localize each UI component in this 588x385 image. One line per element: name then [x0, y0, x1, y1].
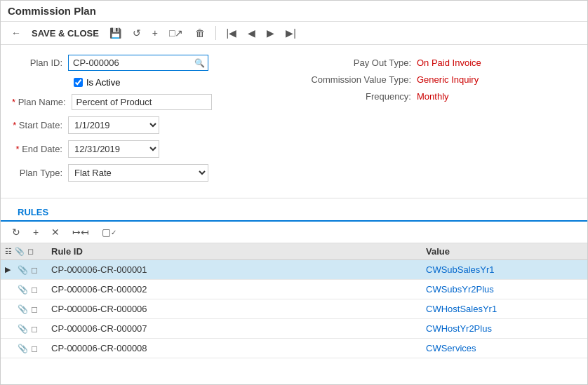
header-icon-3: ◻ — [27, 247, 34, 256]
plan-name-input[interactable] — [72, 94, 212, 110]
plan-type-row: Plan Type: Flat Rate Tiered — [12, 164, 283, 182]
row-icons: 📎 ◻ — [1, 324, 48, 334]
rules-rows-container: ▶ 📎 ◻ CP-000006-CR-000001 CWSubSalesYr1 … — [1, 260, 587, 358]
row-attachment-icon: 📎 — [18, 265, 28, 275]
value-header: Value — [426, 246, 587, 257]
row-icons: 📎 ◻ — [1, 344, 48, 353]
plan-id-row: Plan ID: 🔍 — [12, 55, 283, 71]
row-value[interactable]: CWServices — [426, 343, 587, 353]
row-doc-icon: ◻ — [31, 285, 38, 295]
rules-tab-bar: RULES — [1, 198, 587, 222]
plan-id-label: Plan ID: — [12, 58, 68, 68]
title-bar: Commission Plan — [1, 1, 587, 22]
back-button[interactable]: ← — [8, 26, 25, 40]
plan-name-row: Plan Name: — [12, 94, 283, 110]
row-rule-id: CP-000006-CR-000006 — [48, 304, 426, 314]
end-date-select[interactable]: 12/31/2019 — [68, 140, 159, 158]
row-doc-icon: ◻ — [31, 344, 38, 353]
rules-add-button[interactable]: + — [29, 225, 43, 239]
row-doc-icon: ◻ — [31, 265, 38, 275]
row-value[interactable]: CWHostSalesYr1 — [426, 304, 587, 314]
row-icons: 📎 ◻ — [1, 285, 48, 295]
row-attachment-icon: 📎 — [18, 344, 28, 353]
rules-refresh-button[interactable]: ↻ — [8, 225, 25, 239]
is-active-label: Is Active — [86, 77, 120, 88]
toolbar: ← SAVE & CLOSE 💾 ↺ + □↗ 🗑 |◀ ◀ ▶ ▶| — [1, 22, 587, 45]
start-date-row: Start Date: 1/1/2019 — [12, 116, 283, 134]
prev-record-button[interactable]: ◀ — [244, 26, 259, 40]
add-button[interactable]: + — [149, 26, 161, 40]
rules-table: ☷ 📎 ◻ Rule ID Value ▶ 📎 ◻ CP-000006-CR-0… — [1, 243, 587, 358]
start-date-label: Start Date: — [12, 120, 68, 130]
row-attachment-icon: 📎 — [18, 285, 28, 295]
is-active-checkbox[interactable] — [74, 78, 83, 87]
end-date-label: End Date: — [12, 144, 68, 154]
row-attachment-icon: 📎 — [18, 304, 28, 314]
end-date-row: End Date: 12/31/2019 — [12, 140, 283, 158]
save-icon-button[interactable]: 💾 — [106, 26, 125, 40]
rules-tab[interactable]: RULES — [12, 204, 54, 222]
rules-section: RULES ↻ + ✕ ↦↤ ▢✓ ☷ 📎 ◻ Rule ID Value — [1, 198, 587, 384]
row-rule-id: CP-000006-CR-000002 — [48, 284, 426, 295]
frequency-value: Monthly — [417, 91, 449, 102]
pay-out-type-label: Pay Out Type: — [305, 58, 417, 68]
main-window: Commission Plan ← SAVE & CLOSE 💾 ↺ + □↗ … — [0, 0, 588, 385]
copy-button[interactable]: □↗ — [166, 26, 187, 40]
window-title: Commission Plan — [8, 5, 96, 17]
header-icon-2: 📎 — [15, 247, 25, 256]
row-rule-id: CP-000006-CR-000007 — [48, 323, 426, 334]
commission-value-type-value: Generic Inquiry — [417, 74, 479, 85]
plan-name-label: Plan Name: — [12, 97, 72, 107]
rules-fit-button[interactable]: ↦↤ — [68, 225, 93, 239]
is-active-row: Is Active — [74, 77, 283, 88]
next-record-button[interactable]: ▶ — [263, 26, 278, 40]
first-record-button[interactable]: |◀ — [223, 26, 241, 40]
frequency-row: Frequency: Monthly — [305, 91, 576, 102]
row-doc-icon: ◻ — [31, 324, 38, 334]
commission-value-type-row: Commission Value Type: Generic Inquiry — [305, 74, 576, 85]
form-right: Pay Out Type: On Paid Invoice Commission… — [305, 55, 576, 188]
plan-id-field-wrapper: 🔍 — [68, 55, 208, 71]
save-close-button[interactable]: SAVE & CLOSE — [29, 27, 102, 40]
row-attachment-icon: 📎 — [18, 324, 28, 334]
header-icons: ☷ 📎 ◻ — [1, 247, 48, 256]
plan-id-input[interactable] — [68, 55, 208, 71]
separator — [215, 26, 216, 40]
undo-button[interactable]: ↺ — [129, 26, 145, 40]
form-left: Plan ID: 🔍 Is Active Plan Name: Start Da… — [12, 55, 283, 188]
row-value[interactable]: CWHostYr2Plus — [426, 323, 587, 334]
table-row[interactable]: 📎 ◻ CP-000006-CR-000007 CWHostYr2Plus — [1, 319, 587, 339]
plan-type-label: Plan Type: — [12, 168, 68, 178]
pay-out-type-value: On Paid Invoice — [417, 58, 481, 68]
row-rule-id: CP-000006-CR-000008 — [48, 343, 426, 353]
commission-value-type-label: Commission Value Type: — [305, 74, 417, 85]
last-record-button[interactable]: ▶| — [282, 26, 300, 40]
pay-out-type-row: Pay Out Type: On Paid Invoice — [305, 58, 576, 68]
form-area: Plan ID: 🔍 Is Active Plan Name: Start Da… — [1, 45, 587, 198]
plan-type-select[interactable]: Flat Rate Tiered — [68, 164, 208, 182]
row-rule-id: CP-000006-CR-000001 — [48, 264, 426, 275]
row-value[interactable]: CWSubSalesYr1 — [426, 264, 587, 275]
table-row[interactable]: ▶ 📎 ◻ CP-000006-CR-000001 CWSubSalesYr1 — [1, 260, 587, 280]
delete-button[interactable]: 🗑 — [192, 26, 208, 40]
rules-delete-button[interactable]: ✕ — [47, 225, 64, 239]
table-row[interactable]: 📎 ◻ CP-000006-CR-000006 CWHostSalesYr1 — [1, 299, 587, 319]
row-arrow: ▶ — [5, 265, 15, 274]
row-value[interactable]: CWSubsYr2Plus — [426, 284, 587, 295]
table-row[interactable]: 📎 ◻ CP-000006-CR-000002 CWSubsYr2Plus — [1, 280, 587, 299]
header-icon-1: ☷ — [5, 247, 12, 256]
row-icons: ▶ 📎 ◻ — [1, 265, 48, 275]
start-date-select[interactable]: 1/1/2019 — [68, 116, 159, 134]
frequency-label: Frequency: — [305, 91, 417, 102]
row-doc-icon: ◻ — [31, 304, 38, 314]
table-header: ☷ 📎 ◻ Rule ID Value — [1, 243, 587, 260]
table-row[interactable]: 📎 ◻ CP-000006-CR-000008 CWServices — [1, 339, 587, 358]
rules-toolbar: ↻ + ✕ ↦↤ ▢✓ — [1, 222, 587, 243]
rules-export-button[interactable]: ▢✓ — [98, 225, 121, 239]
row-icons: 📎 ◻ — [1, 304, 48, 314]
rule-id-header: Rule ID — [48, 246, 426, 257]
